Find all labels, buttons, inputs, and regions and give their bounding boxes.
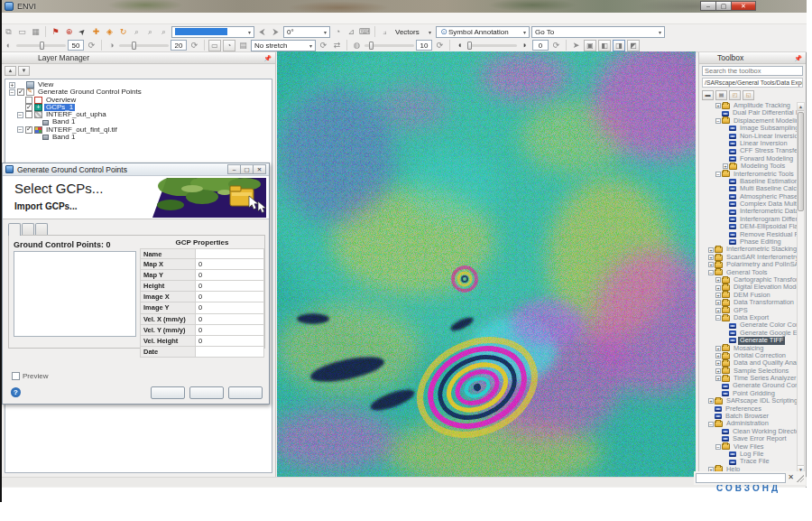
toolbox-item-label[interactable]: Phase Editing <box>738 238 783 246</box>
pan-next-icon[interactable]: ⮞ <box>270 26 281 38</box>
toolbox-scrollbar[interactable]: ▲ ▼ <box>797 102 805 474</box>
toolbox-header[interactable]: Toolbox <box>699 52 806 64</box>
toolbox-item-label[interactable]: Linear Inversion <box>738 140 789 147</box>
layer-checkbox[interactable] <box>25 126 32 134</box>
expander-icon[interactable]: − <box>715 315 721 321</box>
expander-icon[interactable]: + <box>708 398 714 404</box>
minimize-button[interactable] <box>700 1 716 11</box>
layer-item[interactable]: − INTERF_out_fint_ql.tif <box>7 126 272 134</box>
open-folder-icon[interactable]: ◰ <box>729 90 741 100</box>
interferogram-image[interactable] <box>277 51 696 477</box>
minimize-button[interactable] <box>227 164 241 174</box>
cursor-icon[interactable]: ➤ <box>74 23 90 40</box>
toolbox-item-label[interactable]: Polarimetry and PolInSAR <box>724 261 797 268</box>
toolbox-item-label[interactable]: Preferences <box>724 405 763 413</box>
dialog-tab[interactable] <box>35 223 48 235</box>
zoom-out-icon[interactable]: ⌕ <box>144 26 156 38</box>
select-icon[interactable]: ▭ <box>16 26 28 38</box>
toolbox-item[interactable]: − Administration <box>701 420 797 427</box>
toolbox-item-label[interactable]: Multi Baseline Calculation <box>738 185 797 192</box>
layer-item[interactable]: Band 1 <box>7 118 272 126</box>
toolbox-item[interactable]: + Digital Elevation Model Extraction <box>701 284 797 291</box>
toolbox-item[interactable]: Multi Baseline Calculation <box>701 185 797 192</box>
dialog-tab[interactable] <box>8 223 21 236</box>
toolbox-item[interactable]: − Data Export <box>701 314 797 321</box>
property-value-field[interactable]: 0 <box>196 325 264 336</box>
toolbox-item-label[interactable]: Digital Elevation Model Extraction <box>732 284 797 291</box>
close-button[interactable] <box>253 164 266 174</box>
toolbox-item[interactable]: + Time Series Analyzer <box>701 375 797 382</box>
toolbox-item-label[interactable]: DEM-Ellipsoidal Flattening <box>738 223 797 230</box>
expander-icon[interactable]: + <box>715 103 721 108</box>
toolbox-item-label[interactable]: ScanSAR Interferometry <box>724 254 797 261</box>
expander-icon[interactable]: + <box>708 247 714 253</box>
toolbox-item-label[interactable]: DEM Fusion <box>732 292 772 299</box>
stretch-combo[interactable]: No stretch <box>251 40 316 51</box>
toolbox-item[interactable]: + Data Transformation <box>701 299 797 306</box>
property-value-field[interactable]: 0 <box>196 336 264 347</box>
toolbox-item-label[interactable]: Data Export <box>732 314 770 321</box>
toolbox-item[interactable]: + Modeling Tools <box>701 163 797 170</box>
toolbox-item-label[interactable]: Interferogram Difference <box>738 216 797 223</box>
toolbox-item[interactable]: − General Tools <box>701 269 797 276</box>
dialog-tab[interactable] <box>22 223 34 235</box>
stretch-view-button[interactable]: ◔ <box>223 40 235 51</box>
expander-icon[interactable]: + <box>715 368 721 374</box>
goto-combo[interactable]: Go To <box>531 26 665 38</box>
toolbox-item-label[interactable]: Sample Selections <box>732 367 790 375</box>
reset-flicker-icon[interactable]: ⟳ <box>550 40 562 51</box>
toolbox-item[interactable]: Complex Data Multilooking <box>701 200 797 208</box>
toolbox-item-label[interactable]: Administration <box>724 420 770 427</box>
toolbox-item-label[interactable]: Complex Data Multilooking <box>738 200 797 208</box>
help-icon[interactable] <box>11 387 21 397</box>
expander-icon[interactable]: + <box>708 262 714 267</box>
rotate-view-icon[interactable]: ↻ <box>117 26 129 38</box>
property-value-field[interactable]: 0 <box>196 270 264 281</box>
toolbox-item-label[interactable]: Dual Pair Differential Interferometry <box>731 109 797 116</box>
expand-all-button[interactable]: ▼ <box>18 66 30 76</box>
toolbox-item-label[interactable]: Forward Modeling <box>738 155 795 163</box>
expander-icon[interactable]: − <box>9 89 15 96</box>
toolbox-item[interactable]: Log File <box>701 451 797 458</box>
slider-knob[interactable] <box>40 42 44 50</box>
toolbox-item-label[interactable]: Amplitude Tracking <box>732 102 792 109</box>
toolbox-item[interactable]: + Data and Quality Analysis <box>701 359 797 367</box>
quick-find-input[interactable] <box>696 473 786 483</box>
reset-stretch-icon[interactable]: ⟳ <box>318 40 329 51</box>
image-button[interactable]: ▣ <box>584 40 596 51</box>
toolbox-item-label[interactable]: View Files <box>732 443 766 451</box>
scroll-up-icon[interactable]: ▲ <box>798 103 804 111</box>
arrow-icon[interactable]: ➤ <box>570 40 582 51</box>
toolbox-search-input[interactable] <box>702 66 803 76</box>
rotation-combo[interactable]: 0° <box>283 26 330 38</box>
toolbox-item-label[interactable]: Point Gridding <box>731 390 777 397</box>
zoom-combo[interactable] <box>171 26 254 38</box>
toolbox-item[interactable]: Interferogram Difference <box>701 216 797 223</box>
toolbox-item-label[interactable]: Log File <box>738 451 765 458</box>
toolbox-item[interactable]: Preferences <box>701 405 797 413</box>
favorites-folder-icon[interactable]: ◱ <box>743 90 754 100</box>
toolbox-item[interactable]: CFF Stress Transfer <box>701 147 797 154</box>
fly-icon[interactable]: ◈ <box>104 26 115 38</box>
resize-grip[interactable] <box>797 475 804 482</box>
transparency-value[interactable]: 10 <box>416 40 432 51</box>
toolbox-item-label[interactable]: Orbital Correction <box>732 352 788 359</box>
slider-knob[interactable] <box>132 42 136 50</box>
toolbox-item-label[interactable]: Clean Working Directory <box>731 428 797 435</box>
toolbox-item[interactable]: + DEM Fusion <box>701 292 797 299</box>
toolbox-item-label[interactable]: General Tools <box>724 269 769 276</box>
expander-icon[interactable]: + <box>715 285 721 291</box>
toolbox-item-label[interactable]: Generate TIFF <box>738 337 785 344</box>
toolbox-item-label[interactable]: Interferometric Stacking <box>724 246 797 253</box>
expander-icon[interactable]: + <box>715 277 721 283</box>
new-view-icon[interactable]: ⧉ <box>3 26 14 38</box>
expander-icon[interactable]: + <box>715 376 721 381</box>
property-value-field[interactable]: 0 <box>196 281 264 292</box>
close-icon[interactable] <box>786 473 796 483</box>
collapse-all-button[interactable]: ▬ <box>702 90 714 100</box>
expander-icon[interactable]: + <box>715 293 721 298</box>
pin-icon[interactable] <box>263 54 272 62</box>
toolbox-item-label[interactable]: Baseline Estimation <box>738 178 797 185</box>
toolbox-item[interactable]: + Orbital Correction <box>701 352 797 359</box>
pin-icon[interactable] <box>794 54 802 62</box>
